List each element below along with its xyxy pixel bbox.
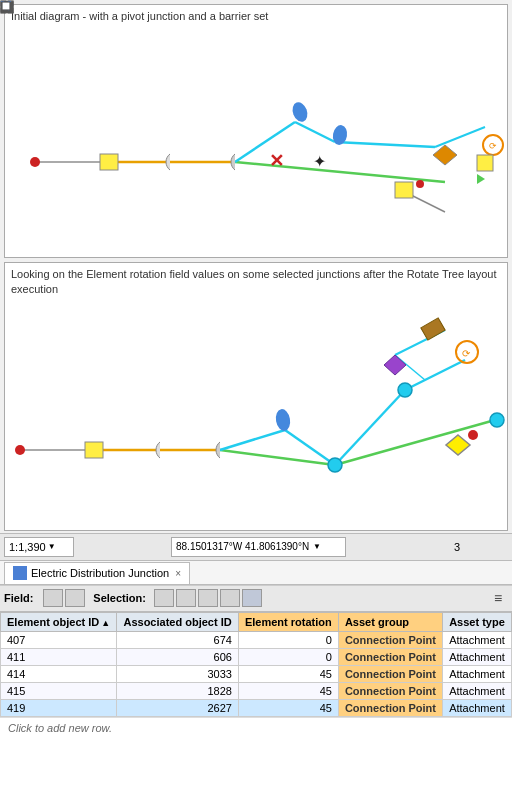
svg-rect-20 [477,155,493,171]
copy-selection-icon[interactable] [242,589,262,607]
cell-asset-group: Connection Point [338,682,442,699]
status-right: 3 [454,537,508,557]
svg-point-13 [416,180,424,188]
svg-line-27 [335,390,405,465]
attr-table-container[interactable]: Element object ID▲ Associated object ID … [0,612,512,790]
cell-asset-group: Connection Point [338,648,442,665]
cell-associated-id: 1828 [117,682,238,699]
svg-point-33 [274,408,292,432]
selection-toolbar-icons [154,589,262,607]
col-header-asset-group[interactable]: Asset group [338,612,442,631]
cell-rotation: 45 [238,682,338,699]
panel1-canvas[interactable]: ✕ ✦ ⟳ [5,27,507,257]
cell-element-id: 415 [1,682,117,699]
electric-distribution-tab[interactable]: Electric Distribution Junction × [4,562,190,584]
tab-close-button[interactable]: × [175,568,181,579]
svg-point-8 [30,157,40,167]
cell-asset-type: Attachment [443,665,512,682]
cell-rotation: 45 [238,665,338,682]
grid-icon[interactable] [78,537,98,557]
cell-element-id: 411 [1,648,117,665]
cell-asset-type: Attachment [443,648,512,665]
svg-line-5 [335,142,435,147]
col-header-rotation[interactable]: Element rotation [238,612,338,631]
attr-menu-button[interactable]: ≡ [488,589,508,607]
cell-asset-group: Connection Point [338,699,442,716]
cell-associated-id: 2627 [117,699,238,716]
svg-line-6 [435,127,485,147]
table-row[interactable]: 419262745Connection PointAttachment [1,699,512,716]
svg-line-4 [295,122,335,142]
svg-text:⟳: ⟳ [462,348,471,359]
cell-associated-id: 606 [117,648,238,665]
zoom-to-selection-icon[interactable] [154,589,174,607]
cell-asset-type: Attachment [443,631,512,648]
flash-selection-icon[interactable] [220,589,240,607]
status-icons [78,537,167,557]
svg-text:✦: ✦ [313,153,326,170]
table-row[interactable]: 4116060Connection PointAttachment [1,648,512,665]
panel2-title: Looking on the Element rotation field va… [5,263,507,300]
svg-marker-17 [433,145,457,165]
svg-rect-37 [421,318,445,340]
cell-rotation: 45 [238,699,338,716]
table-icon[interactable] [124,537,144,557]
svg-line-24 [335,420,495,465]
col-header-asset-type[interactable]: Asset type [443,612,512,631]
svg-text:⟳: ⟳ [489,141,497,151]
tab-icon [13,566,27,580]
svg-marker-40 [446,435,470,455]
svg-text:✕: ✕ [269,151,284,171]
field-filter-icon[interactable] [43,589,63,607]
attr-toolbar: Field: Selection: [0,586,512,612]
col-header-element-id[interactable]: Element object ID▲ [1,612,117,631]
tab-label: Electric Distribution Junction [31,567,169,579]
cell-element-id: 407 [1,631,117,648]
table-row[interactable]: 4076740Connection PointAttachment [1,631,512,648]
panel2-canvas[interactable]: ⟳ [5,300,507,530]
diagram-panel-1: Initial diagram - with a pivot junction … [4,4,508,258]
diagram-panel-2: Looking on the Element rotation field va… [4,262,508,531]
panel1-title: Initial diagram - with a pivot junction … [5,5,507,27]
cell-element-id: 414 [1,665,117,682]
pan-to-selection-icon[interactable] [176,589,196,607]
svg-point-41 [468,430,478,440]
svg-rect-12 [395,182,413,198]
cell-associated-id: 3033 [117,665,238,682]
cell-rotation: 0 [238,648,338,665]
field-label: Field: [4,592,33,604]
arrow-icon[interactable] [147,537,167,557]
cell-asset-type: Attachment [443,699,512,716]
scale-value: 1:1,390 [9,541,46,553]
svg-rect-9 [100,154,118,170]
cell-associated-id: 674 [117,631,238,648]
cell-rotation: 0 [238,631,338,648]
attribute-panel: Field: Selection: [0,585,512,790]
coordinate-dropdown[interactable]: 88.1501317°W 41.8061390°N ▼ [171,537,346,557]
scale-dropdown[interactable]: 1:1,390 ▼ [4,537,74,557]
scale-arrow-icon: ▼ [48,542,56,551]
table-row[interactable]: 414303345Connection PointAttachment [1,665,512,682]
pause-icon[interactable] [464,537,484,557]
status-bar: 1:1,390 ▼ 88.1501317°W 41.8061390°N ▼ [0,533,512,561]
col-header-associated-id[interactable]: Associated object ID [117,612,238,631]
svg-point-31 [15,445,25,455]
cell-asset-group: Connection Point [338,665,442,682]
svg-line-28 [405,360,465,390]
svg-line-2 [235,162,445,182]
grid2-icon[interactable] [101,537,121,557]
coordinate-value: 88.1501317°W 41.8061390°N [176,541,309,552]
clear-selection-icon[interactable] [198,589,218,607]
attr-table: Element object ID▲ Associated object ID … [0,612,512,717]
table-row[interactable]: 415182845Connection PointAttachment [1,682,512,699]
cell-asset-group: Connection Point [338,631,442,648]
layer-count: 3 [454,541,460,553]
svg-marker-14 [477,174,485,184]
selection-label: Selection: [93,592,146,604]
svg-marker-36 [384,355,406,375]
add-row-hint[interactable]: Click to add new row. [0,717,512,738]
field-columns-icon[interactable] [65,589,85,607]
svg-rect-32 [85,442,103,458]
refresh-icon[interactable] [488,537,508,557]
field-toolbar-icons [43,589,85,607]
